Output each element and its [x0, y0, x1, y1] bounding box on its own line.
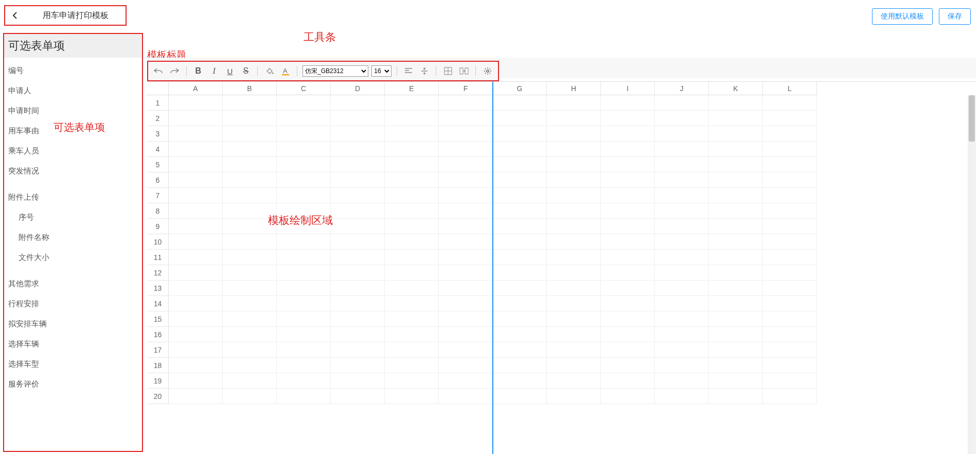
row-header[interactable]: 1 [147, 95, 169, 111]
sidebar-item[interactable]: 其他需求 [4, 274, 142, 294]
cell[interactable] [547, 296, 601, 311]
font-color-button[interactable]: A [279, 64, 292, 78]
cell[interactable] [709, 296, 763, 311]
cell[interactable] [763, 281, 817, 296]
cell[interactable] [601, 358, 655, 373]
back-button[interactable] [5, 6, 26, 25]
cell[interactable] [547, 188, 601, 203]
cell[interactable] [763, 95, 817, 111]
row-header[interactable]: 4 [147, 142, 169, 157]
cell[interactable] [331, 389, 385, 404]
settings-button[interactable] [481, 64, 494, 78]
cell[interactable] [385, 265, 439, 281]
cell[interactable] [493, 358, 547, 373]
cell[interactable] [277, 281, 331, 296]
cell[interactable] [493, 250, 547, 265]
cell[interactable] [331, 157, 385, 172]
cell[interactable] [439, 126, 493, 142]
cell[interactable] [547, 265, 601, 281]
cell[interactable] [709, 281, 763, 296]
italic-button[interactable]: I [208, 64, 221, 78]
scrollbar-thumb[interactable] [969, 95, 975, 142]
cell[interactable] [601, 265, 655, 281]
cell[interactable] [763, 234, 817, 250]
cell[interactable] [331, 327, 385, 342]
sidebar-item[interactable]: 拟安排车辆 [4, 314, 142, 334]
cell[interactable] [277, 250, 331, 265]
cell[interactable] [763, 188, 817, 203]
row-header[interactable]: 20 [147, 389, 169, 404]
cell[interactable] [385, 327, 439, 342]
column-header[interactable]: K [709, 82, 763, 95]
cell[interactable] [169, 172, 223, 188]
column-header[interactable]: B [223, 82, 277, 95]
row-header[interactable]: 10 [147, 234, 169, 250]
cell[interactable] [655, 342, 709, 358]
cell[interactable] [601, 172, 655, 188]
cell[interactable] [439, 389, 493, 404]
cell[interactable] [223, 281, 277, 296]
cell[interactable] [493, 203, 547, 219]
cell[interactable] [763, 265, 817, 281]
cell[interactable] [709, 188, 763, 203]
align-vertical-button[interactable] [418, 64, 431, 78]
cell[interactable] [709, 250, 763, 265]
cell[interactable] [601, 126, 655, 142]
cell[interactable] [277, 265, 331, 281]
cell[interactable] [493, 95, 547, 111]
undo-button[interactable] [152, 64, 165, 78]
align-left-button[interactable] [402, 64, 415, 78]
cell[interactable] [547, 373, 601, 389]
cell[interactable] [331, 296, 385, 311]
cell[interactable] [277, 342, 331, 358]
cell[interactable] [223, 111, 277, 126]
cell[interactable] [331, 265, 385, 281]
column-header[interactable]: F [439, 82, 493, 95]
merge-cells-button[interactable] [457, 64, 470, 78]
cell[interactable] [763, 389, 817, 404]
spreadsheet[interactable]: ABCDEFGHIJKL1234567891011121314151617181… [147, 81, 976, 454]
cell[interactable] [709, 311, 763, 327]
row-header[interactable]: 13 [147, 281, 169, 296]
cell[interactable] [493, 265, 547, 281]
cell[interactable] [277, 172, 331, 188]
cell[interactable] [169, 234, 223, 250]
cell[interactable] [493, 389, 547, 404]
cell[interactable] [223, 327, 277, 342]
sidebar-item[interactable]: 用车事由 [4, 121, 142, 141]
cell[interactable] [601, 281, 655, 296]
cell[interactable] [709, 203, 763, 219]
cell[interactable] [763, 327, 817, 342]
cell[interactable] [655, 188, 709, 203]
cell[interactable] [385, 311, 439, 327]
cell[interactable] [493, 296, 547, 311]
cell[interactable] [709, 358, 763, 373]
column-header[interactable]: G [493, 82, 547, 95]
cell[interactable] [277, 358, 331, 373]
cell[interactable] [223, 142, 277, 157]
cell[interactable] [277, 111, 331, 126]
cell[interactable] [385, 142, 439, 157]
cell[interactable] [601, 373, 655, 389]
cell[interactable] [439, 358, 493, 373]
sidebar-item[interactable]: 文件大小 [4, 248, 142, 268]
cell[interactable] [331, 172, 385, 188]
cell[interactable] [169, 358, 223, 373]
cell[interactable] [385, 95, 439, 111]
cell[interactable] [655, 358, 709, 373]
cell[interactable] [223, 172, 277, 188]
cell[interactable] [223, 311, 277, 327]
cell[interactable] [547, 203, 601, 219]
cell[interactable] [493, 219, 547, 234]
row-header[interactable]: 11 [147, 250, 169, 265]
row-header[interactable]: 6 [147, 172, 169, 188]
cell[interactable] [277, 95, 331, 111]
cell[interactable] [655, 373, 709, 389]
cell[interactable] [331, 188, 385, 203]
cell[interactable] [385, 234, 439, 250]
cell[interactable] [547, 342, 601, 358]
sidebar-item[interactable]: 附件名称 [4, 228, 142, 248]
cell[interactable] [601, 142, 655, 157]
cell[interactable] [493, 111, 547, 126]
cell[interactable] [331, 203, 385, 219]
